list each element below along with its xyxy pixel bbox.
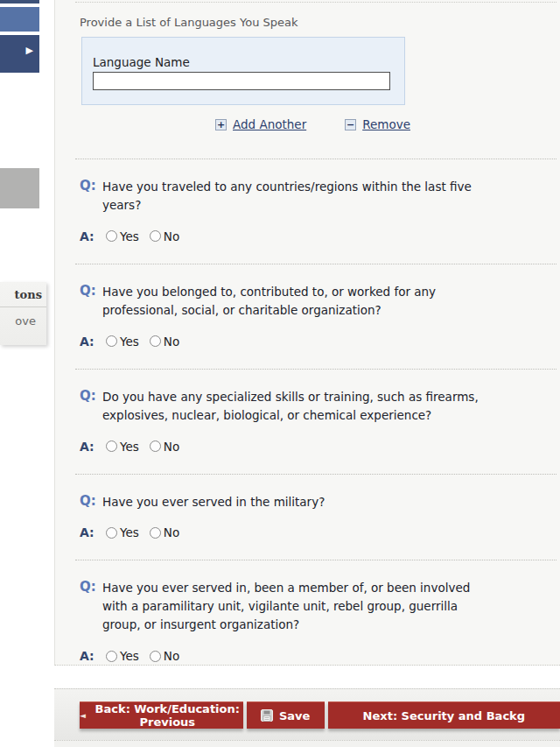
language-name-label: Language Name — [93, 55, 404, 69]
question-block-military: Q: Have you ever served in the military?… — [55, 475, 560, 560]
radio-yes[interactable]: Yes — [106, 440, 139, 454]
radio-button-icon[interactable] — [106, 527, 117, 539]
question-block-skills: Q: Do you have any specialized skills or… — [55, 370, 560, 474]
back-arrow-icon: ◄ — [80, 711, 86, 720]
radio-button-icon[interactable] — [106, 651, 117, 662]
question-block-paramilitary: Q: Have you ever served in, been a membe… — [55, 560, 560, 683]
next-button-label: Next: Security and Backg — [363, 709, 525, 722]
radio-no[interactable]: No — [150, 335, 179, 349]
radio-button-icon[interactable] — [150, 440, 161, 452]
chevron-right-icon: ▶ — [26, 46, 33, 55]
a-prefix: A: — [80, 335, 106, 349]
remove-label: Remove — [362, 117, 410, 131]
remove-link[interactable]: − Remove — [345, 117, 410, 131]
question-text: Have you ever served in, been a member o… — [102, 579, 489, 634]
radio-no[interactable]: No — [150, 229, 179, 243]
back-button[interactable]: ◄ Back: Work/Education: Previous — [80, 701, 243, 729]
plus-icon: + — [215, 119, 227, 130]
sidebar-bar-top — [0, 0, 39, 4]
radio-yes[interactable]: Yes — [106, 649, 139, 663]
help-panel-text: ove — [0, 307, 46, 328]
next-button[interactable]: Next: Security and Backg — [328, 701, 560, 729]
form-panel: Provide a List of Languages You Speak La… — [54, 0, 560, 666]
radio-no[interactable]: No — [150, 440, 179, 454]
a-prefix: A: — [80, 525, 106, 539]
footer-button-bar: ◄ Back: Work/Education: Previous Save Ne… — [54, 688, 560, 740]
q-prefix: Q: — [80, 579, 102, 634]
radio-button-icon[interactable] — [106, 335, 117, 347]
q-prefix: Q: — [80, 388, 102, 425]
a-prefix: A: — [80, 440, 106, 454]
a-prefix: A: — [80, 649, 106, 663]
radio-yes[interactable]: Yes — [106, 335, 139, 349]
radio-yes[interactable]: Yes — [106, 525, 139, 539]
question-text: Have you ever served in the military? — [102, 493, 489, 511]
question-text: Have you traveled to any countries/regio… — [102, 178, 489, 215]
sidebar-expand-button[interactable]: ▶ — [0, 35, 39, 73]
question-text: Do you have any specialized skills or tr… — [102, 388, 489, 425]
sidebar-gray-block — [0, 168, 39, 208]
help-panel: tons ove — [0, 282, 46, 345]
radio-no[interactable]: No — [150, 525, 179, 539]
help-panel-title: tons — [0, 282, 46, 307]
radio-button-icon[interactable] — [106, 440, 117, 452]
minus-icon: − — [345, 119, 356, 130]
a-prefix: A: — [80, 229, 106, 243]
radio-button-icon[interactable] — [150, 527, 161, 539]
radio-button-icon[interactable] — [150, 335, 161, 347]
top-divider — [75, 2, 556, 3]
q-prefix: Q: — [80, 178, 102, 215]
radio-no[interactable]: No — [150, 649, 179, 663]
q-prefix: Q: — [80, 493, 102, 511]
question-block-organization: Q: Have you belonged to, contributed to,… — [55, 264, 560, 369]
language-fieldset: Language Name — [81, 37, 405, 105]
footer-bottom-strip — [54, 740, 560, 747]
add-another-link[interactable]: + Add Another — [215, 117, 306, 131]
save-button-label: Save — [279, 709, 310, 722]
question-text: Have you belonged to, contributed to, or… — [102, 283, 489, 320]
q-prefix: Q: — [80, 283, 102, 320]
question-block-travel: Q: Have you traveled to any countries/re… — [55, 159, 560, 264]
back-button-label: Back: Work/Education: Previous — [92, 702, 243, 729]
radio-button-icon[interactable] — [150, 230, 161, 242]
add-another-label: Add Another — [233, 117, 306, 131]
languages-section-label: Provide a List of Languages You Speak — [80, 16, 560, 29]
radio-button-icon[interactable] — [106, 230, 117, 242]
radio-button-icon[interactable] — [150, 651, 161, 662]
sidebar-bar-blue — [0, 7, 39, 32]
save-icon — [261, 709, 273, 722]
add-remove-row: + Add Another − Remove — [215, 117, 560, 131]
radio-yes[interactable]: Yes — [106, 229, 139, 243]
language-name-input[interactable] — [93, 72, 390, 90]
save-button[interactable]: Save — [247, 701, 325, 729]
